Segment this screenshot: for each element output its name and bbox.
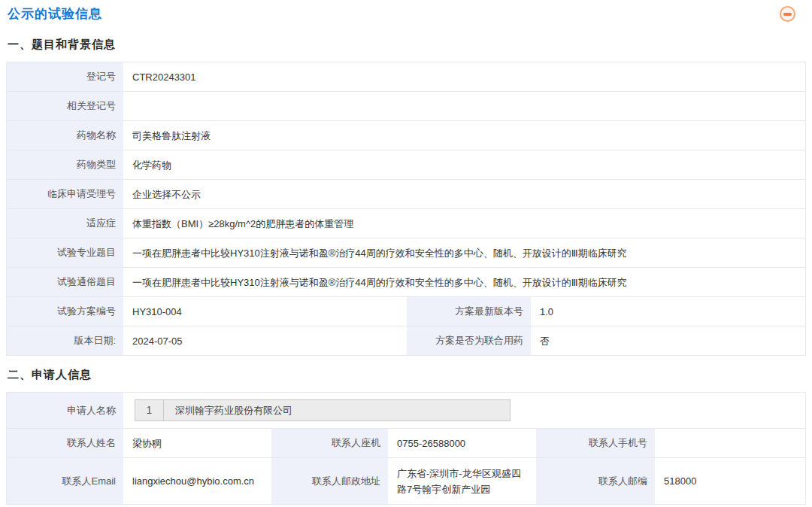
field-value-related-registration-number xyxy=(125,92,805,120)
section-heading-applicant-info: 二、申请人信息 xyxy=(8,368,806,382)
table-row-contact-name-phone: 联系人姓名 梁协稠 联系人座机 0755-26588000 联系人手机号 xyxy=(7,429,805,458)
table-row-indication: 适应症 体重指数（BMI）≥28kg/m^2的肥胖患者的体重管理 xyxy=(7,209,805,238)
field-value-indication: 体重指数（BMI）≥28kg/m^2的肥胖患者的体重管理 xyxy=(125,209,805,238)
field-value-drug-type: 化学药物 xyxy=(125,150,805,179)
field-label-applicant-name: 申请人名称 xyxy=(7,393,125,428)
applicant-company-name: 深圳翰宇药业股份有限公司 xyxy=(164,400,292,420)
table-row-related-registration-number: 相关登记号 xyxy=(7,92,805,121)
section-heading-background-info: 一、题目和背景信息 xyxy=(8,38,806,52)
table-row-professional-title: 试验专业题目 一项在肥胖患者中比较HY310注射液与诺和盈®治疗44周的疗效和安… xyxy=(7,238,805,268)
field-label-related-registration-number: 相关登记号 xyxy=(7,92,125,120)
field-value-contact-landline: 0755-26588000 xyxy=(389,429,536,457)
field-value-popular-title: 一项在肥胖患者中比较HY310注射液与诺和盈®治疗44周的疗效和安全性的多中心、… xyxy=(125,268,805,296)
field-label-popular-title: 试验通俗题目 xyxy=(7,268,125,296)
table-row-popular-title: 试验通俗题目 一项在肥胖患者中比较HY310注射液与诺和盈®治疗44周的疗效和安… xyxy=(7,268,805,297)
field-label-combination-drug: 方案是否为联合用药 xyxy=(407,326,532,355)
table-row-registration-number: 登记号 CTR20243301 xyxy=(7,62,805,92)
field-label-contact-postcode: 联系人邮编 xyxy=(536,458,656,504)
field-value-protocol-number: HY310-004 xyxy=(125,297,407,326)
collapse-button[interactable] xyxy=(780,6,795,22)
field-label-latest-version: 方案最新版本号 xyxy=(407,297,532,326)
field-label-registration-number: 登记号 xyxy=(7,62,125,91)
field-value-contact-postcode: 518000 xyxy=(656,458,805,504)
field-label-contact-email: 联系人Email xyxy=(7,458,125,504)
table-row-drug-name: 药物名称 司美格鲁肽注射液 xyxy=(7,121,805,150)
field-label-protocol-number: 试验方案编号 xyxy=(7,297,125,326)
background-info-table: 登记号 CTR20243301 相关登记号 药物名称 司美格鲁肽注射液 药物类型… xyxy=(6,62,806,356)
table-row-version-date-combination: 版本日期: 2024-07-05 方案是否为联合用药 否 xyxy=(7,326,805,356)
page-title: 公示的试验信息 xyxy=(6,5,806,24)
table-row-protocol-number-version: 试验方案编号 HY310-004 方案最新版本号 1.0 xyxy=(7,297,805,326)
applicant-info-table: 申请人名称 1 深圳翰宇药业股份有限公司 联系人姓名 梁协稠 联系人座机 075… xyxy=(6,392,806,505)
page-header: 公示的试验信息 xyxy=(6,5,806,26)
applicant-name-box: 1 深圳翰宇药业股份有限公司 xyxy=(135,399,511,421)
trial-info-page: 公示的试验信息 一、题目和背景信息 登记号 CTR20243301 相关登记号 … xyxy=(0,0,812,505)
field-label-application-number: 临床申请受理号 xyxy=(7,180,125,208)
table-row-drug-type: 药物类型 化学药物 xyxy=(7,150,805,180)
field-label-version-date: 版本日期: xyxy=(7,326,125,355)
field-label-contact-name: 联系人姓名 xyxy=(7,429,125,457)
field-label-contact-landline: 联系人座机 xyxy=(271,429,389,457)
field-label-professional-title: 试验专业题目 xyxy=(7,238,125,267)
field-value-combination-drug: 否 xyxy=(532,326,805,355)
field-label-indication: 适应症 xyxy=(7,209,125,238)
field-value-contact-postal-address: 广东省-深圳市-龙华区观盛四路7号翰宇创新产业园 xyxy=(389,458,536,504)
field-value-contact-mobile xyxy=(656,429,805,457)
field-label-drug-type: 药物类型 xyxy=(7,150,125,179)
table-row-contact-email-address: 联系人Email liangxiechou@hybio.com.cn 联系人邮政… xyxy=(7,458,805,505)
field-value-drug-name: 司美格鲁肽注射液 xyxy=(125,121,805,150)
applicant-index: 1 xyxy=(135,400,164,420)
field-value-applicant-name: 1 深圳翰宇药业股份有限公司 xyxy=(125,393,805,428)
table-row-application-number: 临床申请受理号 企业选择不公示 xyxy=(7,180,805,209)
field-value-contact-email: liangxiechou@hybio.com.cn xyxy=(125,458,271,504)
minus-icon xyxy=(783,13,792,16)
field-value-version-date: 2024-07-05 xyxy=(125,326,407,355)
field-value-contact-name: 梁协稠 xyxy=(125,429,271,457)
field-value-latest-version: 1.0 xyxy=(532,297,805,326)
table-row-applicant-name: 申请人名称 1 深圳翰宇药业股份有限公司 xyxy=(7,393,805,429)
field-value-application-number: 企业选择不公示 xyxy=(125,180,805,208)
field-value-registration-number: CTR20243301 xyxy=(125,62,805,91)
field-label-drug-name: 药物名称 xyxy=(7,121,125,150)
field-value-professional-title: 一项在肥胖患者中比较HY310注射液与诺和盈®治疗44周的疗效和安全性的多中心、… xyxy=(125,238,805,267)
field-label-contact-postal-address: 联系人邮政地址 xyxy=(271,458,389,504)
field-label-contact-mobile: 联系人手机号 xyxy=(536,429,656,457)
